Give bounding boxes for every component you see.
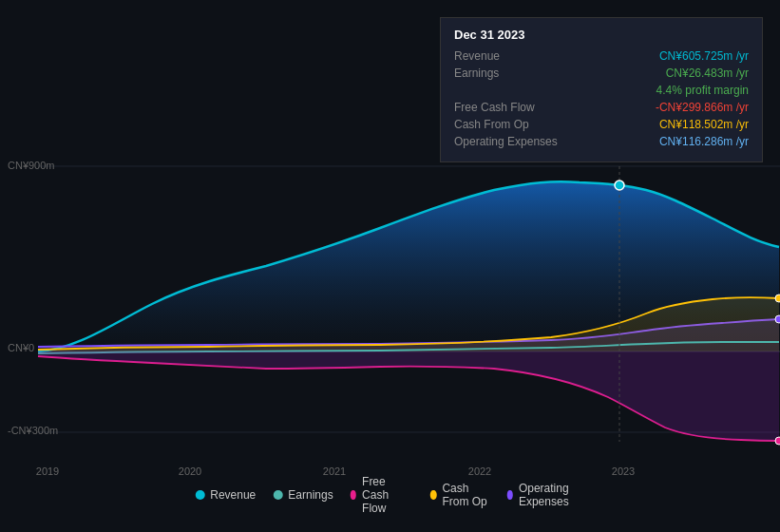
legend-item-opex[interactable]: Operating Expenses	[507, 482, 585, 508]
legend-label-opex: Operating Expenses	[519, 482, 585, 508]
chart-legend: Revenue Earnings Free Cash Flow Cash Fro…	[195, 475, 585, 515]
tooltip-row-revenue: Revenue CN¥605.725m /yr	[454, 49, 749, 63]
tooltip-value-revenue: CN¥605.725m /yr	[659, 49, 749, 63]
legend-label-cashfromop: Cash From Op	[442, 482, 489, 508]
legend-label-earnings: Earnings	[288, 488, 333, 502]
legend-item-cashfromop[interactable]: Cash From Op	[430, 482, 489, 508]
legend-dot-opex	[507, 490, 513, 500]
tooltip-value-opex: CN¥116.286m /yr	[659, 135, 749, 148]
legend-dot-fcf	[351, 490, 356, 500]
legend-dot-earnings	[273, 490, 282, 500]
y-label-top: CN¥900m	[8, 160, 55, 171]
tooltip-label-revenue: Revenue	[454, 49, 500, 63]
svg-point-6	[775, 315, 780, 323]
y-label-bot: -CN¥300m	[8, 425, 58, 436]
legend-dot-cashfromop	[430, 490, 436, 500]
y-label-mid: CN¥0	[8, 342, 34, 353]
tooltip-row-fcf: Free Cash Flow -CN¥299.866m /yr	[454, 101, 749, 114]
tooltip-row-earnings: Earnings CN¥26.483m /yr	[454, 66, 749, 80]
tooltip-label-fcf: Free Cash Flow	[454, 101, 535, 114]
legend-dot-revenue	[195, 490, 204, 500]
legend-item-revenue[interactable]: Revenue	[195, 488, 256, 502]
tooltip-value-earnings: CN¥26.483m /yr	[666, 66, 749, 80]
tooltip-row-cashfromop: Cash From Op CN¥118.502m /yr	[454, 118, 749, 131]
svg-point-7	[775, 437, 780, 445]
svg-point-5	[775, 294, 780, 302]
tooltip-date: Dec 31 2023	[454, 28, 749, 42]
legend-label-fcf: Free Cash Flow	[362, 475, 413, 515]
tooltip-box: Dec 31 2023 Revenue CN¥605.725m /yr Earn…	[440, 17, 763, 162]
chart-container: CN¥900m CN¥0 -CN¥300m 2019 2020 2021 202…	[0, 0, 780, 532]
x-label-2023: 2023	[612, 466, 635, 477]
x-label-2019: 2019	[36, 466, 59, 477]
tooltip-value-cashfromop: CN¥118.502m /yr	[659, 118, 749, 131]
tooltip-label-cashfromop: Cash From Op	[454, 118, 529, 131]
tooltip-value-fcf: -CN¥299.866m /yr	[656, 101, 749, 114]
tooltip-label-earnings: Earnings	[454, 66, 499, 80]
profit-margin-value: 4.4% profit margin	[656, 84, 749, 97]
tooltip-row-opex: Operating Expenses CN¥116.286m /yr	[454, 135, 749, 148]
svg-point-4	[615, 180, 624, 190]
legend-item-fcf[interactable]: Free Cash Flow	[351, 475, 413, 515]
tooltip-label-opex: Operating Expenses	[454, 135, 558, 148]
legend-item-earnings[interactable]: Earnings	[273, 488, 333, 502]
profit-margin-row: 4.4% profit margin	[454, 84, 749, 97]
legend-label-revenue: Revenue	[210, 488, 256, 502]
